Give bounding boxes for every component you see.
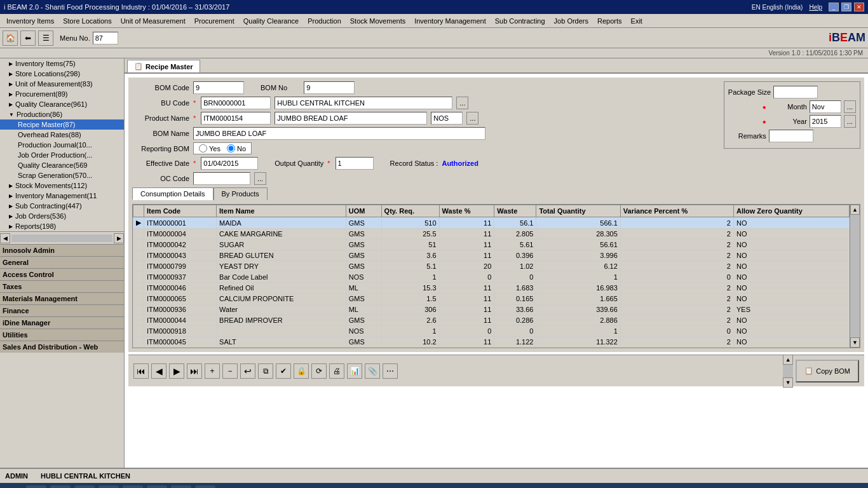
sidebar-item-quality-clearance-sub[interactable]: Quality Clearance(569 [0, 160, 124, 170]
radio-yes-input[interactable] [199, 144, 207, 152]
table-row[interactable]: ITM0000937 Bar Code Label NOS 1 0 0 1 0 … [133, 272, 850, 283]
col-header-variance-pct[interactable]: Variance Percent % [620, 205, 733, 217]
tab-recipe-master[interactable]: 📋 Recipe Master [127, 60, 200, 72]
help-link[interactable]: Help [809, 4, 822, 11]
taskbar-icon-chrome[interactable]: 🔵 [147, 485, 167, 488]
section-innosolv-admin[interactable]: Innosolv Admin [0, 244, 124, 256]
next-record-button[interactable]: ▶ [169, 363, 184, 379]
col-header-item-name[interactable]: Item Name [217, 205, 346, 217]
sidebar-item-inventory-management[interactable]: ▶ Inventory Management(11 [0, 191, 124, 201]
first-record-button[interactable]: ⏮ [133, 363, 149, 379]
start-button[interactable]: ⊞ [3, 485, 24, 488]
menu-no-input[interactable] [93, 32, 118, 44]
attach-button[interactable]: 📎 [365, 363, 380, 379]
radio-yes-option[interactable]: Yes [199, 144, 220, 152]
menu-sub-contracting[interactable]: Sub Contracting [491, 16, 549, 26]
tab-consumption-details[interactable]: Consumption Details [132, 187, 214, 200]
sidebar-item-scrap-generation[interactable]: Scrap Generation(570... [0, 170, 124, 180]
year-input[interactable] [810, 115, 841, 128]
table-row[interactable]: ITM0000004 CAKE MARGARINE GMS 25.5 11 2.… [133, 229, 850, 240]
menu-quality-clearance[interactable]: Quality Clearance [240, 16, 302, 26]
save-button[interactable]: ✔ [276, 363, 291, 379]
table-row[interactable]: ITM0000042 SUGAR GMS 51 11 5.61 56.61 2 … [133, 240, 850, 250]
sidebar-item-recipe-master[interactable]: Recipe Master(87) [0, 119, 124, 130]
menu-production[interactable]: Production [304, 16, 345, 26]
table-scroll-area[interactable]: Item Code Item Name UOM Qty. Req. Waste … [133, 205, 850, 348]
sidebar-item-store-locations[interactable]: ▶ Store Locations(298) [0, 69, 124, 79]
section-idine-manager[interactable]: iDine Manager [0, 316, 124, 329]
print-button[interactable]: 🖨 [329, 363, 344, 379]
sidebar-item-quality-clearance[interactable]: ▶ Quality Clearance(961) [0, 99, 124, 109]
last-record-button[interactable]: ⏭ [187, 363, 202, 379]
bu-code-input[interactable] [201, 97, 271, 109]
menu-unit-of-measurement[interactable]: Unit of Measurement [117, 16, 189, 26]
copy-button[interactable]: ⧉ [258, 363, 273, 379]
vscroll-up-button[interactable]: ▲ [783, 355, 793, 365]
sidebar-item-job-order-production[interactable]: Job Order Production(... [0, 150, 124, 160]
taskbar-icon-store[interactable]: 🛍 [98, 485, 119, 488]
lock-button[interactable]: 🔒 [294, 363, 309, 379]
menu-procurement[interactable]: Procurement [191, 16, 238, 26]
col-header-waste-pct[interactable]: Waste % [439, 205, 494, 217]
col-header-item-code[interactable]: Item Code [144, 205, 217, 217]
product-code-input[interactable] [201, 112, 271, 125]
table-row[interactable]: ITM0000918 NOS 1 0 0 1 0 NO [133, 326, 850, 337]
col-header-uom[interactable]: UOM [346, 205, 381, 217]
sidebar-item-job-orders[interactable]: ▶ Job Orders(536) [0, 211, 124, 221]
sidebar-item-reports[interactable]: ▶ Reports(198) [0, 221, 124, 231]
radio-no-option[interactable]: No [227, 144, 246, 152]
sidebar-item-overhead-rates[interactable]: Overhead Rates(88) [0, 130, 124, 140]
table-vscroll[interactable]: ▲ ▼ [850, 205, 860, 348]
sidebar-item-sub-contracting[interactable]: ▶ Sub Contracting(447) [0, 201, 124, 211]
col-header-allow-zero[interactable]: Allow Zero Quantity [733, 205, 849, 217]
taskbar-icon-search[interactable]: 🔍 [26, 485, 46, 488]
taskbar-icon-skype[interactable]: 💬 [195, 485, 215, 488]
vscroll-down-button[interactable]: ▼ [783, 377, 793, 388]
section-utilities[interactable]: Utilities [0, 329, 124, 341]
restore-button[interactable]: ❐ [841, 3, 851, 11]
oc-code-ellipsis-button[interactable]: ... [254, 172, 266, 185]
section-finance[interactable]: Finance [0, 304, 124, 316]
product-uom-input[interactable] [431, 112, 463, 125]
menu-reports[interactable]: Reports [593, 16, 626, 26]
undo-button[interactable]: ↩ [240, 363, 255, 379]
menu-button[interactable]: ☰ [38, 30, 53, 46]
effective-date-input[interactable] [201, 157, 258, 170]
home-button[interactable]: 🏠 [3, 30, 18, 46]
package-size-input[interactable] [773, 86, 818, 98]
tab-by-products[interactable]: By Products [214, 187, 268, 200]
close-button[interactable]: ✕ [854, 3, 864, 11]
taskbar-icon-settings[interactable]: ⚙ [171, 485, 191, 488]
menu-inventory-items[interactable]: Inventory Items [3, 16, 58, 26]
taskbar-icon-mail[interactable]: ✉ [123, 485, 143, 488]
table-row[interactable]: ITM0000043 BREAD GLUTEN GMS 3.6 11 0.396… [133, 250, 850, 261]
bom-code-input[interactable] [193, 81, 244, 94]
bu-name-input[interactable] [275, 97, 452, 109]
bom-no-input[interactable] [304, 81, 355, 94]
table-row[interactable]: ▶ ITM0000001 MAIDA GMS 510 11 56.1 566.1… [133, 217, 850, 229]
delete-record-button[interactable]: − [222, 363, 238, 379]
sidebar-item-stock-movements[interactable]: ▶ Stock Movements(112) [0, 180, 124, 191]
scroll-up-button[interactable]: ▲ [850, 205, 860, 215]
add-record-button[interactable]: + [205, 363, 220, 379]
table-row[interactable]: ITM0000044 BREAD IMPROVER GMS 2.6 11 0.2… [133, 315, 850, 326]
scroll-left-button[interactable]: ◀ [0, 233, 10, 243]
scroll-down-button[interactable]: ▼ [850, 337, 860, 348]
month-ellipsis-button[interactable]: ... [844, 100, 856, 113]
right-vscroll[interactable]: ▲ ▼ [783, 355, 793, 388]
menu-stock-movements[interactable]: Stock Movements [346, 16, 409, 26]
product-ellipsis-button[interactable]: ... [466, 112, 478, 125]
month-input[interactable] [810, 100, 841, 113]
section-taxes[interactable]: Taxes [0, 280, 124, 292]
scroll-right-button[interactable]: ▶ [114, 233, 124, 243]
section-access-control[interactable]: Access Control [0, 268, 124, 280]
menu-inventory-management[interactable]: Inventory Management [410, 16, 490, 26]
menu-job-orders[interactable]: Job Orders [550, 16, 592, 26]
more-button[interactable]: ⋯ [383, 363, 398, 379]
col-header-waste[interactable]: Waste [494, 205, 536, 217]
section-sales-distribution[interactable]: Sales And Distribution - Web [0, 341, 124, 353]
section-materials-management[interactable]: Materials Management [0, 292, 124, 304]
refresh-button[interactable]: ⟳ [311, 363, 327, 379]
copy-bom-button[interactable]: 📋 Copy BOM [796, 360, 859, 383]
table-row[interactable]: ITM0000936 Water ML 306 11 33.66 339.66 … [133, 304, 850, 315]
